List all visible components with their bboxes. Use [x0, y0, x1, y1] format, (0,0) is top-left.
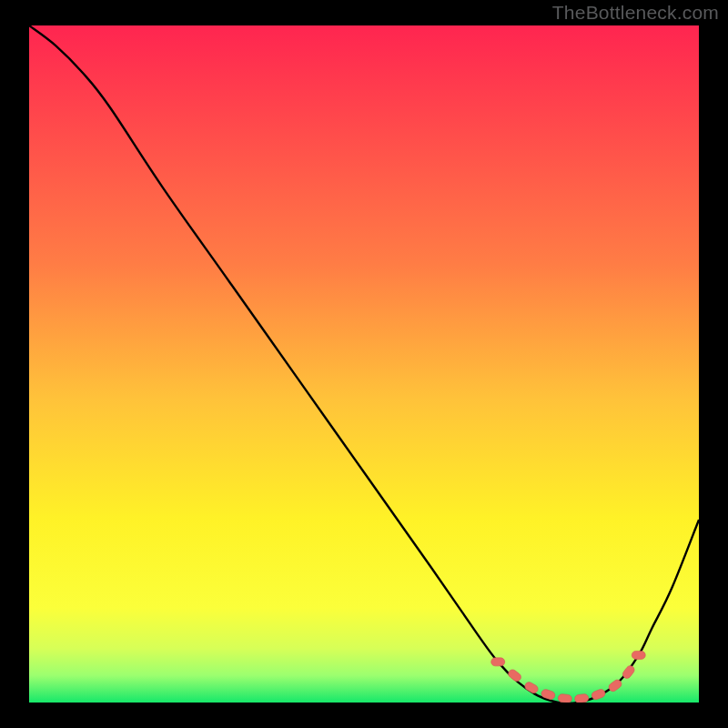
plot-area — [29, 25, 699, 703]
optimal-marker — [491, 658, 505, 666]
watermark-text: TheBottleneck.com — [552, 2, 719, 24]
optimal-marker — [632, 651, 645, 659]
bottleneck-chart — [0, 0, 728, 728]
chart-stage: TheBottleneck.com — [0, 0, 728, 728]
